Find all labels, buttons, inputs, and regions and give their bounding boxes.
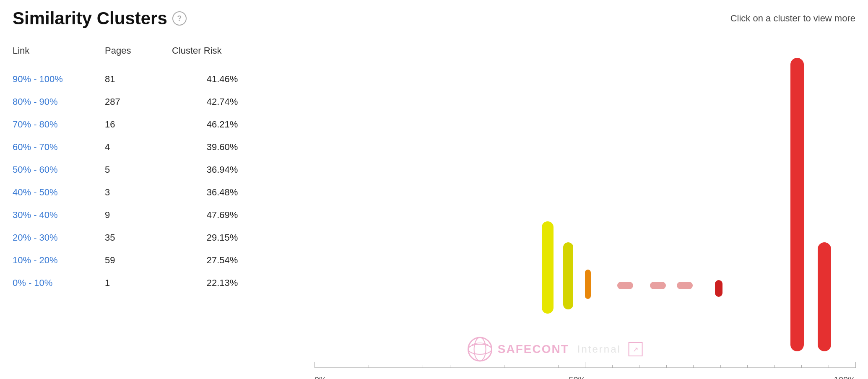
pages-cell: 81 [105,74,172,85]
bubble-pink-tiny3[interactable] [677,282,693,289]
tick-mark [531,365,531,368]
link-anchor[interactable]: 90% - 100% [13,74,63,84]
bubble-orange-small[interactable] [585,270,591,299]
link-anchor[interactable]: 50% - 60% [13,164,58,175]
pages-cell: 5 [105,164,172,175]
tick-mark [829,365,829,368]
link-anchor[interactable]: 70% - 80% [13,119,58,130]
link-cell[interactable]: 40% - 50% [13,187,105,198]
tick-mark [504,365,504,368]
pages-cell: 3 [105,187,172,198]
watermark-logo-icon [468,337,493,362]
table-row: 30% - 40% 9 47.69% [13,204,298,226]
link-cell[interactable]: 70% - 80% [13,119,105,130]
bubble-red-tall-2[interactable] [818,242,831,351]
tick-mark [396,365,396,368]
help-icon[interactable]: ? [172,11,187,26]
pages-cell: 35 [105,232,172,243]
svg-point-2 [468,344,492,354]
tick-mark [585,362,585,368]
table-row: 70% - 80% 16 46.21% [13,113,298,136]
expand-icon[interactable]: ↗ [629,342,643,356]
tick-mark [450,365,450,368]
header-row: Similarity Clusters ? Click on a cluster… [13,8,855,29]
pages-cell: 4 [105,142,172,153]
tick-mark [369,365,369,368]
table-row: 90% - 100% 81 41.46% [13,68,298,91]
risk-cell: 47.69% [172,210,273,221]
pages-cell: 16 [105,119,172,130]
link-anchor[interactable]: 30% - 40% [13,210,58,220]
tick-mark [639,365,639,368]
x-label-50: 50% [569,375,585,379]
chart-canvas: 0% 50% 100% SAFECONT Internal ↗ [314,41,855,379]
pages-cell: 59 [105,255,172,266]
x-label-100: 100% [834,375,855,379]
title-area: Similarity Clusters ? [13,8,187,29]
tick-mark [693,365,694,368]
svg-point-0 [468,337,492,361]
link-cell[interactable]: 60% - 70% [13,142,105,153]
bubble-red-dot[interactable] [715,280,722,297]
table-row: 80% - 90% 287 42.74% [13,91,298,113]
main-content: Link Pages Cluster Risk 90% - 100% 81 41… [13,41,855,379]
tick-mark [477,365,477,368]
tick-mark [342,365,342,368]
watermark-text: SAFECONT [498,343,569,356]
table-row: 10% - 20% 59 27.54% [13,249,298,272]
link-anchor[interactable]: 80% - 90% [13,96,58,107]
link-cell[interactable]: 50% - 60% [13,164,105,175]
link-anchor[interactable]: 0% - 10% [13,278,52,288]
link-cell[interactable]: 80% - 90% [13,96,105,107]
table-header: Link Pages Cluster Risk [13,41,298,64]
table-row: 50% - 60% 5 36.94% [13,158,298,181]
col-pages: Pages [105,45,172,56]
tick-mark [801,365,802,368]
link-cell[interactable]: 0% - 10% [13,278,105,288]
tick-mark [720,365,721,368]
risk-cell: 39.60% [172,142,273,153]
link-cell[interactable]: 10% - 20% [13,255,105,266]
click-hint: Click on a cluster to view more [730,13,855,24]
watermark-internal: Internal [577,343,621,355]
table-row: 20% - 30% 35 29.15% [13,226,298,249]
col-link: Link [13,45,105,56]
tick-mark [612,365,613,368]
tick-mark [314,362,315,368]
pages-cell: 1 [105,278,172,288]
x-axis-labels: 0% 50% 100% [314,375,855,379]
risk-cell: 41.46% [172,74,273,85]
watermark: SAFECONT Internal ↗ [468,337,643,362]
risk-cell: 36.48% [172,187,273,198]
tick-mark [558,365,559,368]
link-anchor[interactable]: 60% - 70% [13,142,58,152]
svg-point-1 [474,337,486,361]
tick-mark [423,365,423,368]
table-rows: 90% - 100% 81 41.46% 80% - 90% 287 42.74… [13,68,298,294]
risk-cell: 36.94% [172,164,273,175]
link-cell[interactable]: 90% - 100% [13,74,105,85]
link-cell[interactable]: 20% - 30% [13,232,105,243]
table-row: 60% - 70% 4 39.60% [13,136,298,158]
tick-mark [666,365,667,368]
bubble-yellow-medium[interactable] [563,242,573,309]
link-anchor[interactable]: 20% - 30% [13,232,58,243]
bubble-pink-tiny2[interactable] [650,282,666,289]
link-cell[interactable]: 30% - 40% [13,210,105,221]
chart-section[interactable]: 0% 50% 100% SAFECONT Internal ↗ [298,41,855,379]
risk-cell: 42.74% [172,96,273,107]
risk-cell: 22.13% [172,278,273,288]
tick-mark [855,362,856,368]
col-risk: Cluster Risk [172,45,273,56]
tick-mark [747,365,748,368]
x-label-0: 0% [314,375,327,379]
table-section: Link Pages Cluster Risk 90% - 100% 81 41… [13,41,298,379]
link-anchor[interactable]: 40% - 50% [13,187,58,197]
link-anchor[interactable]: 10% - 20% [13,255,58,265]
bubble-yellow-large[interactable] [542,221,554,314]
risk-cell: 46.21% [172,119,273,130]
tick-mark [774,365,775,368]
bubble-red-tall-1[interactable] [790,58,804,351]
bubble-pink-tiny[interactable] [617,282,633,289]
table-row: 0% - 10% 1 22.13% [13,272,298,294]
